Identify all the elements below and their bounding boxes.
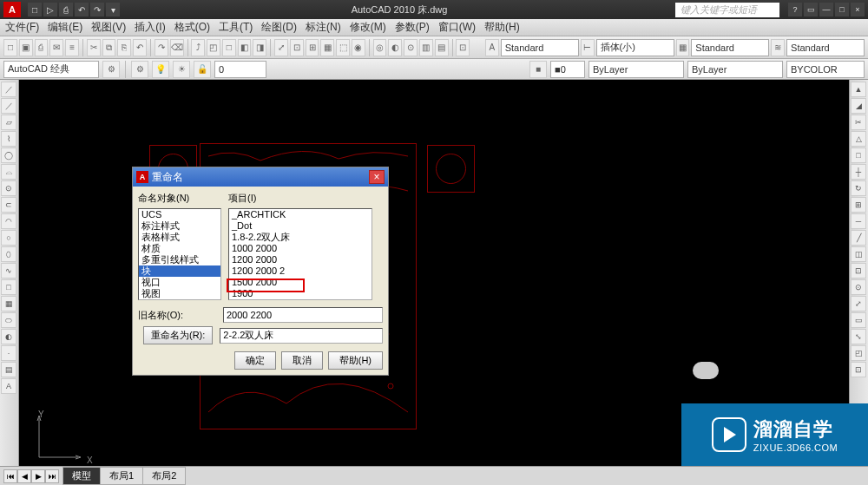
dialog-close-button[interactable]: × [369, 170, 385, 184]
items-list[interactable]: _ARCHTICK _Dot 1.8-2.2双人床 1000 2000 1200… [228, 208, 372, 300]
chamfer-tool[interactable]: ⤢ [851, 296, 866, 311]
list-item-selected[interactable]: 块 [139, 265, 220, 277]
mirror-tool[interactable]: ✂ [851, 115, 866, 130]
list-item[interactable]: 1200 2000 [229, 254, 372, 265]
tb-plot[interactable]: ≡ [65, 39, 79, 56]
named-objects-list[interactable]: UCS 标注样式 表格样式 材质 多重引线样式 块 视口 视图 图层 文字样式 … [138, 208, 221, 300]
list-item[interactable]: 1900 [229, 288, 372, 299]
stretch-tool[interactable]: ─ [851, 213, 866, 229]
menu-help[interactable]: 帮助(H) [484, 20, 520, 35]
qat-print[interactable]: ⎙ [59, 3, 73, 16]
table-style-combo[interactable]: Standard [691, 39, 769, 56]
color-combo[interactable]: ■0 [550, 61, 585, 78]
ellipse-tool[interactable]: ○ [1, 230, 16, 246]
plotstyle-combo[interactable]: BYCOLOR [786, 61, 865, 78]
tb-copy[interactable]: ⧉ [102, 39, 116, 56]
tb-help[interactable]: ⊡ [456, 39, 470, 56]
menu-view[interactable]: 视图(V) [91, 20, 126, 35]
tb-misc3[interactable]: ⊙ [404, 39, 418, 56]
tb-ssm[interactable]: ▦ [320, 39, 334, 56]
list-item[interactable]: 1500 2000 [229, 277, 372, 288]
close-button[interactable]: × [851, 3, 865, 16]
tb-misc1[interactable]: ◎ [373, 39, 387, 56]
array-tool[interactable]: □ [851, 147, 866, 163]
list-item[interactable]: 多重引线样式 [139, 254, 220, 265]
ok-button[interactable]: 确定 [234, 351, 276, 370]
tb-zoom1[interactable]: ◰ [207, 39, 220, 56]
offset-tool[interactable]: △ [851, 131, 866, 147]
insert-tool[interactable]: ∿ [1, 263, 16, 279]
tb-tablestyle-icon[interactable]: ▦ [676, 39, 690, 56]
qat-open[interactable]: ▷ [43, 3, 57, 16]
tb-prop[interactable]: ⤢ [274, 39, 288, 56]
tab-model[interactable]: 模型 [62, 467, 101, 485]
menu-insert[interactable]: 插入(I) [135, 20, 165, 35]
app-logo[interactable]: A [3, 2, 21, 17]
menu-edit[interactable]: 编辑(E) [48, 20, 82, 35]
line-tool[interactable]: ／ [1, 82, 16, 97]
erase-tool[interactable]: ▲ [851, 82, 866, 97]
menu-dimension[interactable]: 标注(N) [306, 20, 341, 35]
list-item[interactable]: 2-2.2双人床 [229, 299, 372, 300]
list-item[interactable]: 视图 [139, 288, 220, 299]
list-item[interactable]: 表格样式 [139, 232, 220, 243]
join-tool[interactable]: ⊙ [851, 279, 866, 295]
ellipsearc-tool[interactable]: ⬯ [1, 246, 16, 262]
list-item[interactable]: 1200 2000 2 [229, 265, 372, 277]
block-tool[interactable]: □ [1, 279, 16, 295]
menu-draw[interactable]: 绘图(D) [261, 20, 297, 35]
nav-prev-icon[interactable]: ◀ [17, 469, 31, 483]
qat-new[interactable]: □ [28, 3, 42, 16]
revcloud-tool[interactable]: ⊂ [1, 197, 16, 213]
arc-tool[interactable]: ⌓ [1, 164, 16, 180]
list-item[interactable]: 标注样式 [139, 220, 220, 232]
mod1-tool[interactable]: ◰ [851, 345, 866, 361]
menu-format[interactable]: 格式(O) [174, 20, 210, 35]
tb-zoom2[interactable]: □ [222, 39, 236, 56]
tb-mlstyle-icon[interactable]: ≋ [771, 39, 785, 56]
nav-next-icon[interactable]: ▶ [31, 469, 45, 483]
old-name-input[interactable] [223, 307, 383, 323]
scale-tool[interactable]: ⊞ [851, 197, 866, 213]
tb-redo2[interactable]: ⌫ [170, 39, 184, 56]
point-tool[interactable]: · [1, 345, 16, 361]
circle-tool[interactable]: ⊙ [1, 180, 16, 196]
list-item[interactable]: 材质 [139, 243, 220, 254]
move-tool[interactable]: ┼ [851, 164, 866, 180]
menu-tools[interactable]: 工具(T) [219, 20, 253, 35]
layer-props-icon[interactable]: ⚙ [131, 61, 148, 78]
help-button[interactable]: 帮助(H) [328, 351, 383, 370]
qat-dropdown[interactable]: ▾ [106, 3, 120, 16]
layer-lock-icon[interactable]: 🔓 [194, 61, 211, 78]
qat-undo[interactable]: ↶ [75, 3, 89, 16]
list-item[interactable]: UCS [139, 209, 220, 220]
explode-tool[interactable]: ⤡ [851, 329, 866, 344]
dim-style-combo[interactable]: 插体(小) [596, 39, 674, 56]
rectangle-tool[interactable]: ◯ [1, 147, 16, 163]
break-tool[interactable]: ⊡ [851, 263, 866, 279]
tb-tp[interactable]: ⊞ [306, 39, 319, 56]
tb-zoom4[interactable]: ◨ [253, 39, 266, 56]
gradient-tool[interactable]: ⬭ [1, 312, 16, 328]
tb-misc4[interactable]: ▥ [419, 39, 433, 56]
nav-first-icon[interactable]: ⏮ [3, 469, 17, 483]
tb-mail[interactable]: ✉ [49, 39, 63, 56]
list-item[interactable]: 1000 2000 [229, 243, 372, 254]
polygon-tool[interactable]: ⌇ [1, 131, 16, 147]
dialog-titlebar[interactable]: A 重命名 × [133, 167, 388, 187]
menu-modify[interactable]: 修改(M) [350, 20, 386, 35]
tb-misc2[interactable]: ◐ [388, 39, 402, 56]
layer-combo[interactable]: 0 [214, 61, 266, 78]
copy-tool[interactable]: ◢ [851, 98, 866, 114]
ml-style-combo[interactable]: Standard [786, 39, 865, 56]
tb-pan[interactable]: ⤴ [191, 39, 205, 56]
mod2-tool[interactable]: ⊡ [851, 362, 866, 377]
ws-gear-icon[interactable]: ⚙ [102, 61, 120, 78]
tb-calc[interactable]: ◉ [352, 39, 365, 56]
tab-layout2[interactable]: 布局2 [142, 467, 186, 485]
tb-misc5[interactable]: ▤ [435, 39, 449, 56]
help-search[interactable]: 键入关键字或短语 [675, 3, 779, 17]
list-item[interactable]: 视口 [139, 277, 220, 288]
menu-file[interactable]: 文件(F) [5, 20, 39, 35]
list-item[interactable]: _ARCHTICK [229, 209, 372, 220]
